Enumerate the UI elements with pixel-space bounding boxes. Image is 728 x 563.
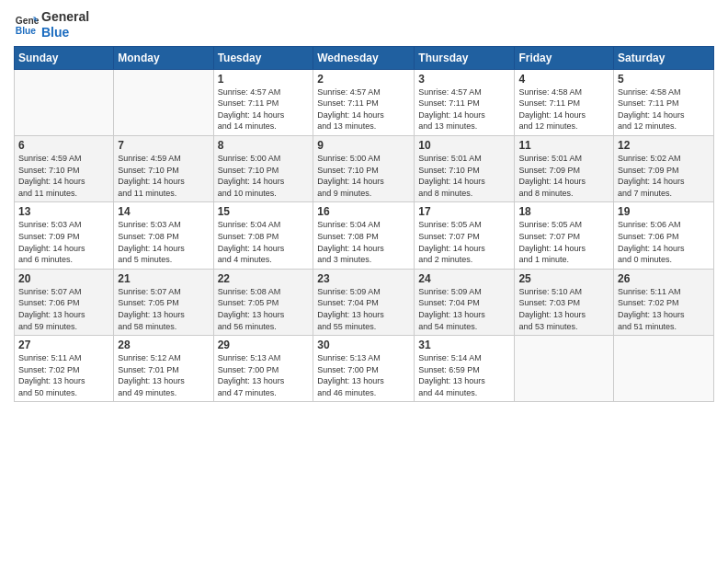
day-number: 24	[418, 272, 510, 285]
day-cell	[114, 69, 213, 135]
day-cell: 5Sunrise: 4:58 AM Sunset: 7:11 PM Daylig…	[614, 69, 714, 135]
day-info: Sunrise: 4:58 AM Sunset: 7:11 PM Dayligh…	[518, 86, 609, 132]
day-cell	[614, 336, 714, 402]
day-info: Sunrise: 4:58 AM Sunset: 7:11 PM Dayligh…	[618, 86, 710, 132]
week-row-4: 20Sunrise: 5:07 AM Sunset: 7:06 PM Dayli…	[15, 269, 714, 335]
day-number: 17	[418, 205, 510, 218]
day-info: Sunrise: 5:12 AM Sunset: 7:01 PM Dayligh…	[118, 352, 209, 398]
weekday-header-tuesday: Tuesday	[213, 46, 313, 69]
day-cell	[15, 69, 114, 135]
day-info: Sunrise: 5:10 AM Sunset: 7:03 PM Dayligh…	[518, 286, 609, 332]
day-number: 16	[317, 205, 410, 218]
day-cell: 1Sunrise: 4:57 AM Sunset: 7:11 PM Daylig…	[213, 69, 313, 135]
day-info: Sunrise: 5:11 AM Sunset: 7:02 PM Dayligh…	[618, 286, 710, 332]
week-row-1: 1Sunrise: 4:57 AM Sunset: 7:11 PM Daylig…	[15, 69, 714, 135]
day-cell: 11Sunrise: 5:01 AM Sunset: 7:09 PM Dayli…	[515, 135, 614, 201]
day-info: Sunrise: 5:02 AM Sunset: 7:09 PM Dayligh…	[618, 153, 710, 199]
day-number: 19	[618, 205, 710, 218]
day-number: 8	[218, 139, 310, 152]
weekday-header-friday: Friday	[515, 46, 614, 69]
day-cell: 31Sunrise: 5:14 AM Sunset: 6:59 PM Dayli…	[415, 336, 515, 402]
day-cell: 27Sunrise: 5:11 AM Sunset: 7:02 PM Dayli…	[15, 336, 114, 402]
day-cell: 19Sunrise: 5:06 AM Sunset: 7:06 PM Dayli…	[614, 202, 714, 269]
logo-icon: General Blue	[14, 12, 40, 38]
day-info: Sunrise: 4:57 AM Sunset: 7:11 PM Dayligh…	[317, 86, 410, 132]
day-cell: 26Sunrise: 5:11 AM Sunset: 7:02 PM Dayli…	[614, 269, 714, 335]
day-cell: 25Sunrise: 5:10 AM Sunset: 7:03 PM Dayli…	[515, 269, 614, 335]
day-info: Sunrise: 5:07 AM Sunset: 7:05 PM Dayligh…	[118, 286, 209, 332]
day-info: Sunrise: 4:59 AM Sunset: 7:10 PM Dayligh…	[118, 153, 209, 199]
day-number: 18	[518, 205, 609, 218]
day-cell: 9Sunrise: 5:00 AM Sunset: 7:10 PM Daylig…	[313, 135, 415, 201]
day-cell: 7Sunrise: 4:59 AM Sunset: 7:10 PM Daylig…	[114, 135, 213, 201]
day-info: Sunrise: 5:13 AM Sunset: 7:00 PM Dayligh…	[218, 352, 310, 398]
day-number: 28	[118, 339, 209, 351]
day-number: 29	[218, 339, 310, 351]
day-info: Sunrise: 5:14 AM Sunset: 6:59 PM Dayligh…	[418, 352, 510, 398]
day-cell: 10Sunrise: 5:01 AM Sunset: 7:10 PM Dayli…	[415, 135, 515, 201]
day-number: 23	[317, 272, 410, 285]
day-info: Sunrise: 5:01 AM Sunset: 7:10 PM Dayligh…	[418, 153, 510, 199]
day-number: 13	[18, 205, 109, 218]
day-info: Sunrise: 5:06 AM Sunset: 7:06 PM Dayligh…	[618, 219, 710, 265]
day-cell: 21Sunrise: 5:07 AM Sunset: 7:05 PM Dayli…	[114, 269, 213, 335]
day-number: 22	[218, 272, 310, 285]
weekday-header-sunday: Sunday	[15, 46, 114, 69]
day-number: 26	[618, 272, 710, 285]
day-cell: 2Sunrise: 4:57 AM Sunset: 7:11 PM Daylig…	[313, 69, 415, 135]
logo: General Blue General Blue	[14, 9, 89, 40]
day-cell: 4Sunrise: 4:58 AM Sunset: 7:11 PM Daylig…	[515, 69, 614, 135]
calendar: SundayMondayTuesdayWednesdayThursdayFrid…	[14, 46, 714, 403]
day-info: Sunrise: 5:03 AM Sunset: 7:09 PM Dayligh…	[18, 219, 109, 265]
day-number: 4	[518, 73, 609, 86]
day-info: Sunrise: 4:57 AM Sunset: 7:11 PM Dayligh…	[418, 86, 510, 132]
day-cell: 20Sunrise: 5:07 AM Sunset: 7:06 PM Dayli…	[15, 269, 114, 335]
day-info: Sunrise: 4:59 AM Sunset: 7:10 PM Dayligh…	[18, 153, 109, 199]
day-number: 25	[518, 272, 609, 285]
day-number: 20	[18, 272, 109, 285]
weekday-header-saturday: Saturday	[614, 46, 714, 69]
day-info: Sunrise: 5:13 AM Sunset: 7:00 PM Dayligh…	[317, 352, 410, 398]
day-number: 12	[618, 139, 710, 152]
weekday-header-thursday: Thursday	[415, 46, 515, 69]
day-number: 7	[118, 139, 209, 152]
weekday-header-row: SundayMondayTuesdayWednesdayThursdayFrid…	[15, 46, 714, 69]
day-info: Sunrise: 5:03 AM Sunset: 7:08 PM Dayligh…	[118, 219, 209, 265]
day-cell: 12Sunrise: 5:02 AM Sunset: 7:09 PM Dayli…	[614, 135, 714, 201]
day-number: 11	[518, 139, 609, 152]
day-info: Sunrise: 5:05 AM Sunset: 7:07 PM Dayligh…	[418, 219, 510, 265]
day-number: 3	[418, 73, 510, 86]
week-row-2: 6Sunrise: 4:59 AM Sunset: 7:10 PM Daylig…	[15, 135, 714, 201]
day-number: 9	[317, 139, 410, 152]
day-info: Sunrise: 5:09 AM Sunset: 7:04 PM Dayligh…	[317, 286, 410, 332]
day-number: 30	[317, 339, 410, 351]
day-cell: 3Sunrise: 4:57 AM Sunset: 7:11 PM Daylig…	[415, 69, 515, 135]
day-number: 27	[18, 339, 109, 351]
page: General Blue General Blue SundayMondayTu…	[0, 0, 728, 563]
day-cell	[515, 336, 614, 402]
day-info: Sunrise: 5:11 AM Sunset: 7:02 PM Dayligh…	[18, 352, 109, 398]
day-number: 10	[418, 139, 510, 152]
day-info: Sunrise: 5:01 AM Sunset: 7:09 PM Dayligh…	[518, 153, 609, 199]
header: General Blue General Blue	[14, 9, 714, 40]
day-info: Sunrise: 5:04 AM Sunset: 7:08 PM Dayligh…	[218, 219, 310, 265]
day-number: 6	[18, 139, 109, 152]
svg-text:Blue: Blue	[16, 26, 37, 36]
day-cell: 14Sunrise: 5:03 AM Sunset: 7:08 PM Dayli…	[114, 202, 213, 269]
weekday-header-monday: Monday	[114, 46, 213, 69]
day-number: 31	[418, 339, 510, 351]
day-number: 1	[218, 73, 310, 86]
day-info: Sunrise: 5:00 AM Sunset: 7:10 PM Dayligh…	[317, 153, 410, 199]
day-info: Sunrise: 5:05 AM Sunset: 7:07 PM Dayligh…	[518, 219, 609, 265]
day-number: 14	[118, 205, 209, 218]
day-cell: 22Sunrise: 5:08 AM Sunset: 7:05 PM Dayli…	[213, 269, 313, 335]
day-cell: 13Sunrise: 5:03 AM Sunset: 7:09 PM Dayli…	[15, 202, 114, 269]
day-cell: 18Sunrise: 5:05 AM Sunset: 7:07 PM Dayli…	[515, 202, 614, 269]
day-cell: 30Sunrise: 5:13 AM Sunset: 7:00 PM Dayli…	[313, 336, 415, 402]
day-info: Sunrise: 5:09 AM Sunset: 7:04 PM Dayligh…	[418, 286, 510, 332]
day-cell: 15Sunrise: 5:04 AM Sunset: 7:08 PM Dayli…	[213, 202, 313, 269]
day-cell: 29Sunrise: 5:13 AM Sunset: 7:00 PM Dayli…	[213, 336, 313, 402]
day-cell: 23Sunrise: 5:09 AM Sunset: 7:04 PM Dayli…	[313, 269, 415, 335]
day-info: Sunrise: 5:08 AM Sunset: 7:05 PM Dayligh…	[218, 286, 310, 332]
day-number: 15	[218, 205, 310, 218]
